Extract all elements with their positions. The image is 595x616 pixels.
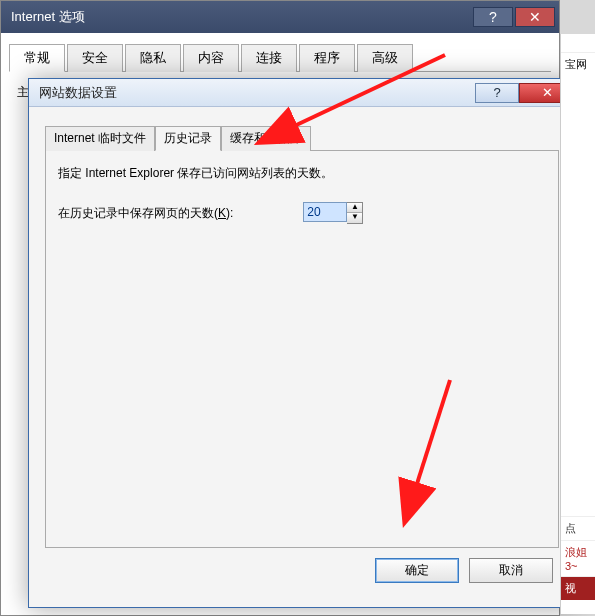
inner-body: Internet 临时文件 历史记录 缓存和数据库 指定 Internet Ex…: [29, 107, 575, 607]
tab-programs[interactable]: 程序: [299, 44, 355, 72]
inner-titlebar: 网站数据设置 ? ✕: [29, 79, 575, 107]
days-row: 在历史记录中保存网页的天数(K): ▲ ▼: [58, 202, 546, 224]
outer-titlebar: Internet 选项 ? ✕: [1, 1, 559, 33]
tab-privacy[interactable]: 隐私: [125, 44, 181, 72]
side-fragment-3: 浪姐3~: [561, 540, 595, 576]
inner-tab-tempfiles[interactable]: Internet 临时文件: [45, 126, 155, 151]
inner-title: 网站数据设置: [39, 84, 117, 102]
days-input[interactable]: [303, 202, 347, 222]
days-spin-buttons: ▲ ▼: [347, 202, 363, 224]
days-label: 在历史记录中保存网页的天数(K):: [58, 205, 233, 222]
outer-close-button[interactable]: ✕: [515, 7, 555, 27]
inner-tab-history[interactable]: 历史记录: [155, 126, 221, 151]
days-accesskey: K: [218, 206, 226, 220]
tab-security[interactable]: 安全: [67, 44, 123, 72]
inner-tab-cache[interactable]: 缓存和数据库: [221, 126, 311, 151]
outer-help-button[interactable]: ?: [473, 7, 513, 27]
outer-title: Internet 选项: [11, 8, 85, 26]
days-spinbox: ▲ ▼: [303, 202, 363, 224]
inner-cancel-button[interactable]: 取消: [469, 558, 553, 583]
side-fragment-1: 宝网: [561, 52, 595, 76]
inner-tabstrip: Internet 临时文件 历史记录 缓存和数据库: [45, 125, 559, 151]
inner-help-button[interactable]: ?: [475, 83, 519, 103]
history-description: 指定 Internet Explorer 保存已访问网站列表的天数。: [58, 165, 546, 182]
website-data-settings-dialog: 网站数据设置 ? ✕ Internet 临时文件 历史记录 缓存和数据库 指定 …: [28, 78, 576, 608]
background-page-strip: 宝网 点 浪姐3~ 视: [560, 34, 595, 614]
inner-footer: 确定 取消: [45, 548, 559, 597]
tab-connections[interactable]: 连接: [241, 44, 297, 72]
tab-general[interactable]: 常规: [9, 44, 65, 72]
history-panel: 指定 Internet Explorer 保存已访问网站列表的天数。 在历史记录…: [45, 151, 559, 548]
days-spin-down[interactable]: ▼: [347, 213, 362, 223]
side-fragment-2: 点: [561, 516, 595, 540]
side-fragment-4: 视: [561, 576, 595, 600]
tab-advanced[interactable]: 高级: [357, 44, 413, 72]
outer-tabstrip: 常规 安全 隐私 内容 连接 程序 高级: [9, 43, 551, 72]
tab-content[interactable]: 内容: [183, 44, 239, 72]
inner-ok-button[interactable]: 确定: [375, 558, 459, 583]
